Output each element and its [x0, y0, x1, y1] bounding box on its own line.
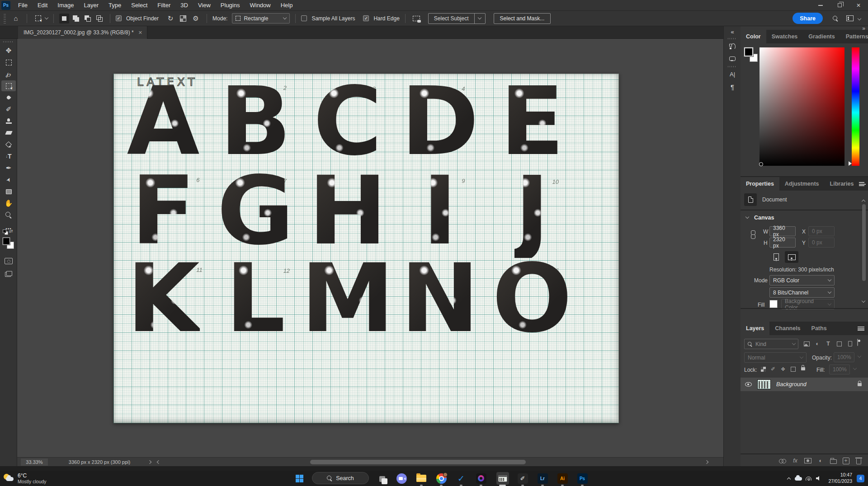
selection-feedback-icon[interactable]: [411, 13, 422, 24]
object-selection-tool[interactable]: ➤: [1, 80, 16, 91]
sample-all-layers-checkbox[interactable]: [301, 15, 307, 21]
lock-artboard-icon[interactable]: [788, 364, 797, 374]
color-picker-marker[interactable]: [759, 162, 763, 166]
rectangle-tool[interactable]: [1, 186, 16, 197]
canvas-height-field[interactable]: 2320 px: [769, 238, 796, 248]
select-and-mask-button[interactable]: Select and Mask...: [494, 13, 551, 24]
minimize-button[interactable]: [811, 0, 830, 11]
paragraph-panel-icon[interactable]: ¶: [724, 81, 741, 92]
saturation-brightness-field[interactable]: [760, 47, 844, 166]
eraser-tool[interactable]: [1, 127, 16, 138]
add-layer-mask-icon[interactable]: [802, 455, 814, 466]
new-adjustment-layer-icon[interactable]: ◐: [815, 455, 826, 466]
tab-layers[interactable]: Layers: [741, 322, 769, 335]
character-panel-icon[interactable]: A|: [724, 69, 741, 79]
filter-smart-object-icon[interactable]: [845, 339, 854, 348]
menu-image[interactable]: Image: [52, 0, 79, 11]
hand-tool[interactable]: ✋: [1, 198, 16, 209]
brush-tool[interactable]: ✐: [1, 104, 16, 115]
foreground-color-swatch[interactable]: [744, 47, 753, 56]
eyedropper-tool[interactable]: [1, 92, 16, 103]
filter-shape-layers-icon[interactable]: [835, 339, 844, 348]
show-all-objects-icon[interactable]: [178, 13, 189, 24]
new-layer-icon[interactable]: +: [840, 455, 852, 466]
tab-patterns[interactable]: Patterns: [840, 30, 868, 43]
menu-help[interactable]: Help: [276, 0, 298, 11]
bit-depth-dropdown[interactable]: 8 Bits/Channel: [769, 287, 835, 298]
document-tab-close-icon[interactable]: ✕: [138, 30, 142, 36]
dock-drag-handle[interactable]: [728, 38, 737, 39]
close-button[interactable]: ✕: [849, 0, 868, 11]
clock[interactable]: 10:47 27/01/2023: [828, 472, 852, 484]
select-subject-button[interactable]: Select Subject: [428, 13, 486, 24]
background-layer-row[interactable]: Background: [741, 378, 868, 391]
path-selection-tool[interactable]: ➤: [1, 174, 16, 185]
opacity-value-field[interactable]: 100%: [834, 352, 854, 362]
document-canvas[interactable]: LATEXT 2 3 4 5 A B C D E 6 7 8 9 10 F G …: [113, 74, 619, 423]
taskbar-search[interactable]: Search: [312, 472, 369, 484]
share-button[interactable]: Share: [793, 13, 823, 24]
intersect-selection-mode-button[interactable]: [94, 14, 104, 23]
filter-image-layers-icon[interactable]: [802, 339, 811, 348]
chrome-button[interactable]: [435, 472, 448, 485]
lightroom-button[interactable]: Lr: [536, 472, 549, 485]
new-group-folder-icon[interactable]: [827, 455, 839, 466]
opacity-chevron-icon[interactable]: [858, 354, 861, 358]
tab-swatches[interactable]: Swatches: [766, 30, 803, 43]
options-drag-handle[interactable]: [4, 14, 6, 23]
hue-slider-marker[interactable]: [849, 161, 854, 166]
comments-panel-icon[interactable]: [724, 53, 741, 64]
object-finder-checkbox[interactable]: ✓: [116, 15, 122, 21]
swap-colors-icon[interactable]: ⇄: [9, 229, 13, 234]
tab-paths[interactable]: Paths: [806, 322, 832, 335]
link-layers-icon[interactable]: [777, 455, 788, 466]
hue-slider[interactable]: [852, 47, 859, 166]
lock-all-icon[interactable]: [798, 363, 807, 372]
wifi-icon[interactable]: [804, 471, 814, 486]
horizontal-scrollbar-thumb[interactable]: [310, 460, 526, 464]
start-button[interactable]: [293, 472, 306, 485]
fill-chevron-icon[interactable]: [853, 366, 857, 370]
tab-gradients[interactable]: Gradients: [803, 30, 840, 43]
tab-libraries[interactable]: Libraries: [825, 177, 859, 191]
home-button[interactable]: ⌂: [10, 13, 21, 24]
rectangular-marquee-tool[interactable]: [1, 57, 16, 68]
fill-color-swatch[interactable]: [769, 300, 778, 308]
notification-count-badge[interactable]: 4: [857, 475, 864, 482]
paint-bucket-tool[interactable]: [1, 139, 16, 150]
photoshop-active-window-button[interactable]: [496, 472, 509, 485]
scroll-right-arrow-icon[interactable]: [705, 460, 708, 464]
volume-icon[interactable]: [814, 471, 824, 486]
add-to-selection-mode-button[interactable]: [71, 14, 81, 23]
pen-tool[interactable]: ✒: [1, 163, 16, 173]
panel-menu-icon[interactable]: [858, 327, 864, 331]
delete-layer-trash-icon[interactable]: [853, 455, 864, 466]
portrait-orientation-button[interactable]: [769, 251, 783, 263]
menu-type[interactable]: Type: [104, 0, 126, 11]
toolbar-drag-handle[interactable]: [3, 41, 14, 42]
workspace-switcher-icon[interactable]: [844, 13, 855, 24]
layer-lock-icon[interactable]: [858, 383, 862, 386]
panel-menu-icon[interactable]: [859, 182, 864, 186]
photoshop-button[interactable]: Ps: [576, 472, 589, 485]
blend-mode-dropdown[interactable]: Normal: [744, 352, 807, 363]
tab-color[interactable]: Color: [741, 30, 766, 43]
layer-filter-toggle[interactable]: [857, 339, 858, 346]
menu-view[interactable]: View: [193, 0, 216, 11]
scroll-left-arrow-icon[interactable]: [157, 460, 160, 463]
landscape-orientation-button[interactable]: [785, 251, 798, 263]
menu-file[interactable]: File: [13, 0, 33, 11]
todo-app-button[interactable]: ✓: [455, 472, 467, 485]
move-tool[interactable]: ✥: [1, 45, 16, 56]
tool-preset-chevron-icon[interactable]: [45, 16, 48, 19]
foreground-background-color-swatches[interactable]: [3, 238, 15, 250]
pen-app-button[interactable]: ✐: [516, 472, 529, 485]
color-panel-fg-bg-swatches[interactable]: [744, 47, 759, 63]
menu-plugins[interactable]: Plugins: [216, 0, 245, 11]
lock-position-icon[interactable]: ✥: [778, 364, 788, 374]
collapse-dock-icon[interactable]: «: [724, 26, 741, 37]
workspace-chevron-icon[interactable]: [858, 16, 861, 20]
tool-preset-object-selection[interactable]: ➤: [33, 13, 43, 24]
illustrator-button[interactable]: Ai: [556, 472, 569, 485]
dock-drag-handle[interactable]: [728, 66, 737, 67]
